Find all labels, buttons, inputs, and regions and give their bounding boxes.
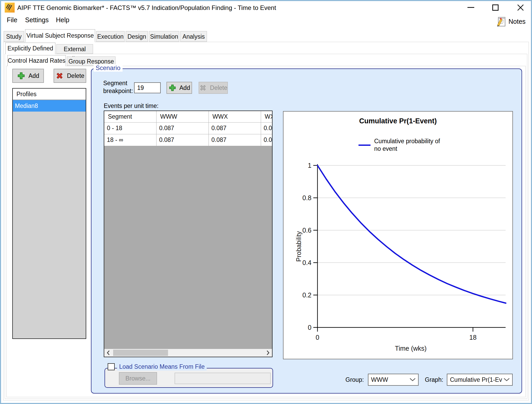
column-header-wwx[interactable]: WWX	[209, 111, 261, 122]
column-header-www[interactable]: WWW	[157, 111, 209, 122]
profile-delete-button[interactable]: Delete	[54, 69, 86, 83]
load-file-checkbox[interactable]	[108, 363, 115, 370]
tab-analysis[interactable]: Analysis	[180, 31, 207, 42]
delete-icon-disabled	[199, 84, 207, 92]
column-header-wx[interactable]: WX	[261, 111, 272, 122]
group-label: Group:	[345, 376, 364, 383]
x-axis-label: Time (wks)	[395, 345, 426, 352]
ytick-0.8: 0.8	[302, 194, 311, 201]
column-header-segment[interactable]: Segment	[104, 111, 157, 122]
segment-delete-label: Delete	[210, 84, 227, 91]
app-window: AIPF TTE Genomic Biomarker* - FACTS™ v5.…	[0, 0, 532, 404]
ytick-0: 0	[308, 324, 311, 331]
tab-explicitly-defined[interactable]: Explicitly Defined	[5, 43, 55, 54]
cell-wwx-2[interactable]: 0.087	[209, 134, 261, 146]
profile-delete-label: Delete	[67, 72, 84, 79]
cell-www-2[interactable]: 0.087	[157, 134, 209, 146]
profile-add-button[interactable]: Add	[12, 69, 44, 83]
axes	[317, 164, 506, 328]
ytick-0.6: 0.6	[302, 227, 311, 234]
browse-button[interactable]: Browse...	[119, 372, 157, 385]
profile-item-median8[interactable]: Median8	[13, 100, 86, 112]
maximize-icon	[492, 4, 499, 11]
chevron-down-icon	[410, 378, 415, 381]
maximize-button[interactable]	[489, 2, 502, 13]
horizontal-scrollbar[interactable]	[104, 349, 272, 357]
add-icon	[169, 84, 176, 92]
graph-select-value: Cumulative Pr(1-Ev	[450, 376, 502, 383]
events-table: Segment WWW WWX WX 0 - 18 0.087 0.087 0.…	[104, 111, 273, 357]
tab-external-files[interactable]: External Files	[56, 44, 93, 54]
table-row: 18 - ∞ 0.087 0.087 0.08	[104, 134, 272, 146]
notes-button[interactable]: Notes	[496, 16, 525, 27]
ytick-0.4: 0.4	[302, 259, 311, 266]
tab-control-hazard-rates[interactable]: Control Hazard Rates	[7, 55, 66, 66]
cell-wx-2[interactable]: 0.08	[261, 134, 272, 146]
scroll-right-arrow[interactable]	[264, 349, 272, 357]
xtick-18: 18	[469, 334, 477, 341]
graph-label: Graph:	[425, 376, 443, 383]
segment-add-button[interactable]: Add	[166, 82, 192, 94]
xtick-0: 0	[316, 334, 319, 341]
axis-ticks	[313, 165, 473, 332]
segment-breakpoint-input[interactable]	[134, 82, 161, 93]
segment-delete-button[interactable]: Delete	[199, 82, 228, 94]
profiles-list: Profiles Median8	[12, 88, 86, 339]
notes-label: Notes	[508, 18, 525, 25]
menu-settings[interactable]: Settings	[25, 15, 49, 25]
file-path-input[interactable]	[175, 373, 271, 384]
y-axis-label: Probability	[295, 231, 302, 262]
ytick-0.2: 0.2	[302, 291, 311, 299]
minimize-button[interactable]	[465, 2, 477, 13]
menu-file[interactable]: File	[7, 15, 17, 25]
gridlines	[317, 165, 506, 295]
app-icon	[5, 3, 15, 13]
chevron-left-icon	[107, 350, 110, 355]
chevron-right-icon	[267, 350, 270, 355]
delete-icon	[55, 72, 64, 80]
scrollbar-thumb[interactable]	[113, 350, 168, 356]
tab-study[interactable]: Study	[4, 31, 24, 42]
close-icon	[517, 4, 524, 11]
window-title: AIPF TTE Genomic Biomarker* - FACTS™ v5.…	[17, 4, 276, 12]
cell-wwx-1[interactable]: 0.087	[209, 123, 261, 134]
browse-label: Browse...	[125, 375, 151, 382]
tab-simulation[interactable]: Simulation	[149, 31, 179, 42]
close-button[interactable]	[514, 2, 527, 13]
tab-design[interactable]: Design	[126, 31, 148, 42]
events-per-unit-time-label: Events per unit time:	[104, 102, 159, 109]
tab-execution[interactable]: Execution	[96, 31, 125, 42]
add-icon	[17, 72, 25, 80]
group-select-value: WWW	[371, 376, 388, 383]
cell-segment-2[interactable]: 18 - ∞	[104, 134, 157, 146]
profile-add-label: Add	[28, 72, 39, 79]
events-table-header: Segment WWW WWX WX	[104, 111, 272, 123]
profiles-header[interactable]: Profiles	[13, 89, 86, 100]
group-select[interactable]: WWW	[368, 374, 419, 386]
minimize-icon	[467, 7, 474, 8]
table-row: 0 - 18 0.087 0.087 0.08	[104, 123, 272, 134]
load-file-label: Load Scenario Means From File	[117, 363, 207, 371]
chevron-down-icon	[504, 378, 510, 381]
table-empty-area	[104, 146, 272, 349]
cell-www-1[interactable]: 0.087	[157, 123, 209, 134]
survival-chart: 1 0.8 0.6 0.4 0.2 0 0 18 Time (wks) Prob…	[284, 112, 512, 359]
cell-wx-1[interactable]: 0.08	[261, 123, 272, 134]
scenario-group-title: Scenario	[94, 64, 123, 72]
segment-add-label: Add	[180, 84, 190, 91]
survival-curve	[317, 165, 506, 303]
tab-virtual-subject-response[interactable]: Virtual Subject Response	[25, 29, 95, 42]
cell-segment-1[interactable]: 0 - 18	[104, 123, 157, 134]
notes-icon	[496, 16, 506, 27]
scroll-left-arrow[interactable]	[104, 349, 112, 357]
menu-help[interactable]: Help	[56, 15, 69, 25]
graph-select[interactable]: Cumulative Pr(1-Ev	[447, 374, 513, 386]
ytick-1: 1	[308, 162, 311, 169]
